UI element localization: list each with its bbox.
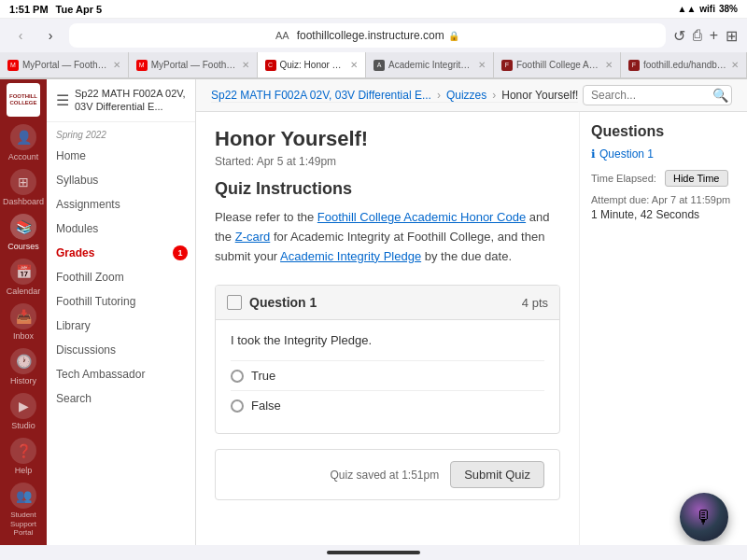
info-icon: ℹ: [591, 147, 596, 161]
sidebar-section-label: Spring 2022: [47, 122, 195, 144]
tab-close-quiz[interactable]: ✕: [350, 60, 358, 70]
share-button[interactable]: ⎙: [693, 27, 702, 45]
calendar-icon: 📅: [10, 259, 36, 285]
tab-label-myportal-2: MyPortal — Foothill-De A...: [151, 60, 238, 70]
questions-panel-title: Questions: [591, 123, 736, 140]
breadcrumb-current: Honor Yourself!: [501, 89, 578, 102]
sidebar-item-discussions[interactable]: Discussions: [47, 338, 195, 362]
tab-label-foothill1: Foothill College Academi...: [516, 60, 601, 70]
lock-icon: 🔒: [448, 31, 459, 41]
tabs-button[interactable]: ⊞: [726, 27, 738, 45]
answer-option-false[interactable]: False: [231, 390, 544, 420]
integrity-pledge-link[interactable]: Academic Integrity Pledge: [280, 249, 421, 263]
tab-label-myportal-1: MyPortal — Foothill-De A...: [22, 60, 109, 70]
hide-time-button[interactable]: Hide Time: [665, 170, 728, 187]
bottom-bar: [0, 545, 747, 560]
tab-close-myportal-2[interactable]: ✕: [242, 60, 249, 70]
nav-item-dashboard[interactable]: ⊞ Dashboard: [2, 165, 45, 210]
sidebar-item-modules[interactable]: Modules: [47, 217, 195, 241]
foothill-logo: FOOTHILL COLLEGE: [7, 83, 40, 117]
radio-false[interactable]: [231, 399, 244, 413]
tab-myportal-1[interactable]: M MyPortal — Foothill-De A... ✕: [0, 52, 129, 77]
sidebar-item-search[interactable]: Search: [47, 386, 195, 411]
breadcrumb: Sp22 MATH F002A 02V, 03V Differential E.…: [211, 89, 578, 103]
question-checkbox-1[interactable]: [227, 295, 242, 310]
tab-quiz[interactable]: C Quiz: Honor Yourself! ✕: [258, 52, 367, 77]
nav-item-studio[interactable]: ▶ Studio: [2, 389, 45, 434]
sidebar-item-assignments[interactable]: Assignments: [47, 192, 195, 217]
question-card-1: Question 1 4 pts I took the Integrity Pl…: [215, 285, 560, 434]
question-header-1: Question 1 4 pts: [216, 286, 559, 320]
question-body-1: I took the Integrity Pledge. True False: [216, 320, 559, 433]
new-tab-button[interactable]: +: [710, 27, 718, 45]
sidebar-item-syllabus[interactable]: Syllabus: [47, 168, 195, 192]
siri-button[interactable]: 🎙: [680, 493, 728, 541]
sidebar-course-title: Sp22 MATH F002A 02V, 03V Differential E.…: [75, 87, 186, 114]
z-card-link[interactable]: Z-card: [235, 230, 271, 244]
nav-item-account[interactable]: 👤 Account: [2, 120, 45, 165]
quiz-saved-text: Quiz saved at 1:51pm: [330, 469, 439, 482]
sidebar-item-foothill-tutoring[interactable]: Foothill Tutoring: [47, 289, 195, 314]
answer-option-true[interactable]: True: [231, 360, 544, 390]
browser-toolbar: ‹ › AA foothillcollege.instructure.com 🔒…: [0, 19, 747, 52]
nav-item-help[interactable]: ❓ Help: [2, 434, 45, 479]
submit-quiz-button[interactable]: Submit Quiz: [450, 461, 544, 488]
search-input[interactable]: [591, 89, 712, 102]
answer-label-false: False: [251, 399, 281, 413]
quiz-footer: Quiz saved at 1:51pm Submit Quiz: [215, 449, 560, 500]
hamburger-menu[interactable]: ☰: [56, 91, 69, 109]
question-title-1: Question 1: [249, 295, 514, 310]
tab-foothill1[interactable]: F Foothill College Academi... ✕: [494, 52, 621, 77]
aa-label: AA: [275, 30, 289, 41]
radio-true[interactable]: [231, 370, 244, 383]
forward-button[interactable]: ›: [39, 24, 62, 47]
sidebar-item-home[interactable]: Home: [47, 144, 195, 168]
tab-close-myportal-1[interactable]: ✕: [113, 60, 120, 70]
reload-button[interactable]: ↺: [673, 27, 685, 45]
nav-item-ssp[interactable]: 👥 Student Support Portal: [2, 479, 45, 541]
honor-code-link[interactable]: Foothill College Academic Honor Code: [317, 210, 526, 224]
nav-item-history[interactable]: 🕐 History: [2, 344, 45, 389]
search-box[interactable]: 🔍: [583, 85, 732, 105]
home-indicator[interactable]: [327, 551, 420, 554]
status-time: 1:51 PM: [9, 4, 49, 15]
logo-line2: COLLEGE: [9, 100, 37, 106]
tab-label-foothill2: foothill.edu/handbook/pd...: [643, 60, 727, 70]
nav-label-dashboard: Dashboard: [3, 197, 44, 206]
status-bar: 1:51 PM Tue Apr 5 ▲▲ wifi 38%: [0, 0, 747, 19]
nav-item-inbox[interactable]: 📥 Inbox: [2, 300, 45, 344]
nav-label-courses: Courses: [7, 242, 39, 251]
nav-label-calendar: Calendar: [7, 287, 41, 296]
nav-item-courses[interactable]: 📚 Courses: [2, 210, 45, 255]
instructions-text-4: by the due date.: [425, 249, 512, 263]
nav-item-calendar[interactable]: 📅 Calendar: [2, 255, 45, 300]
breadcrumb-course[interactable]: Sp22 MATH F002A 02V, 03V Differential E.…: [211, 89, 431, 102]
siri-icon: 🎙: [695, 507, 713, 528]
tab-academic[interactable]: A Academic Integrity Preface ✕: [366, 52, 494, 77]
breadcrumb-quizzes[interactable]: Quizzes: [446, 89, 486, 102]
back-button[interactable]: ‹: [9, 24, 32, 47]
search-icon[interactable]: 🔍: [712, 88, 728, 103]
sidebar-item-library[interactable]: Library: [47, 314, 195, 338]
nav-label-history: History: [10, 376, 36, 385]
studio-icon: ▶: [10, 393, 36, 419]
address-bar[interactable]: AA foothillcollege.instructure.com 🔒: [69, 23, 666, 48]
tab-close-foothill2[interactable]: ✕: [731, 60, 739, 70]
tab-label-academic: Academic Integrity Preface: [388, 60, 474, 70]
account-icon: 👤: [10, 124, 36, 150]
nav-label-account: Account: [8, 152, 39, 161]
tab-close-academic[interactable]: ✕: [478, 60, 486, 70]
sidebar-item-foothill-zoom[interactable]: Foothill Zoom: [47, 265, 195, 289]
tab-close-foothill1[interactable]: ✕: [605, 60, 613, 70]
dashboard-icon: ⊞: [10, 169, 36, 195]
top-bar: Sp22 MATH F002A 02V, 03V Differential E.…: [196, 79, 747, 112]
nav-label-studio: Studio: [11, 421, 35, 430]
tab-favicon-academic: A: [374, 60, 385, 71]
question-1-link[interactable]: ℹ Question 1: [591, 147, 736, 161]
tab-foothill2[interactable]: F foothill.edu/handbook/pd... ✕: [621, 52, 747, 77]
sidebar-item-grades[interactable]: Grades 1: [47, 241, 195, 265]
sidebar-item-tech-ambassador[interactable]: Tech Ambassador: [47, 362, 195, 386]
breadcrumb-sep-1: ›: [437, 89, 441, 102]
instructions-text-1: Please refer to the: [215, 210, 317, 224]
tab-myportal-2[interactable]: M MyPortal — Foothill-De A... ✕: [129, 52, 258, 77]
